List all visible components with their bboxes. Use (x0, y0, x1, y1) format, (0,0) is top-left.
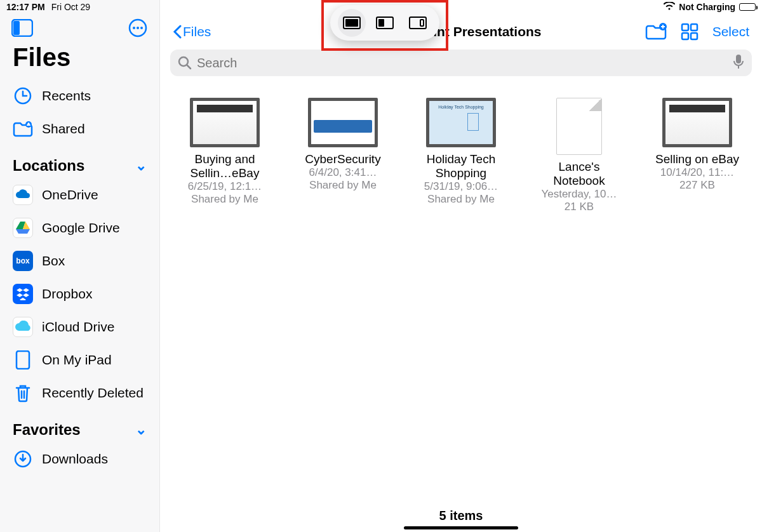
file-name: CyberSecurity (298, 152, 387, 166)
file-item[interactable]: Selling on eBay 10/14/20, 11:… 227 KB (653, 98, 742, 213)
downloads-icon (13, 449, 33, 469)
sidebar-item-label: OneDrive (42, 187, 98, 203)
svg-point-4 (137, 27, 139, 29)
sidebar-item-recentlydeleted[interactable]: Recently Deleted (0, 376, 159, 409)
sidebar-item-label: Shared (42, 121, 85, 136)
file-item[interactable]: Holiday Tech Shopping Holiday Tech Shopp… (417, 98, 505, 213)
sidebar-item-label: Downloads (42, 451, 108, 467)
multitask-popup-wrap (321, 0, 448, 51)
wifi-icon (664, 2, 675, 13)
svg-point-16 (179, 57, 188, 66)
status-date: Fri Oct 29 (51, 2, 90, 12)
file-name: Holiday Tech Shopping (417, 152, 505, 180)
file-date: 5/31/19, 9:06… (417, 180, 505, 193)
file-thumbnail: Holiday Tech Shopping (426, 98, 496, 147)
battery-icon (739, 3, 756, 11)
sidebar-item-label: On My iPad (42, 352, 112, 368)
sidebar-item-box[interactable]: box Box (0, 244, 159, 277)
file-date: 6/25/19, 12:1… (180, 180, 269, 193)
svg-rect-1 (13, 21, 20, 35)
box-icon: box (13, 251, 33, 271)
sidebar: Files Recents Shared Locations ⌄ OneDriv… (0, 0, 160, 532)
multitask-popup (330, 5, 439, 41)
search-bar[interactable] (170, 50, 752, 76)
sidebar-item-downloads[interactable]: Downloads (0, 442, 159, 475)
shared-folder-icon (13, 119, 33, 139)
mic-icon[interactable] (733, 54, 744, 72)
sidebar-item-label: Recently Deleted (42, 385, 144, 401)
new-folder-button[interactable] (645, 23, 667, 41)
search-icon (178, 56, 192, 70)
sidebar-toggle-icon[interactable] (11, 19, 33, 37)
file-grid: Buying and Sellin…eBay 6/25/19, 12:1… Sh… (160, 76, 762, 213)
sidebar-item-shared[interactable]: Shared (0, 112, 159, 145)
svg-point-5 (140, 27, 143, 29)
more-icon[interactable] (128, 18, 148, 38)
search-input[interactable] (197, 56, 733, 70)
file-name: Selling on eBay (653, 152, 742, 166)
trash-icon (13, 383, 33, 403)
sidebar-item-label: iCloud Drive (42, 319, 114, 335)
sidebar-item-dropbox[interactable]: Dropbox (0, 277, 159, 310)
dropbox-icon (13, 284, 33, 304)
file-item[interactable]: CyberSecurity 6/4/20, 3:41… Shared by Me (298, 98, 387, 213)
file-date: Yesterday, 10… (535, 188, 624, 201)
sidebar-item-label: Recents (42, 88, 91, 103)
sidebar-title: Files (0, 41, 159, 79)
sidebar-item-googledrive[interactable]: Google Drive (0, 211, 159, 244)
status-time: 12:17 PM (6, 2, 45, 12)
sidebar-item-recents[interactable]: Recents (0, 79, 159, 112)
chevron-down-icon: ⌄ (135, 422, 147, 438)
slideover-button[interactable] (404, 9, 432, 37)
file-thumbnail (556, 98, 602, 155)
view-options-button[interactable] (681, 23, 698, 41)
splitview-button[interactable] (371, 9, 399, 37)
file-sub: Shared by Me (180, 193, 269, 206)
file-date: 10/14/20, 11:… (653, 166, 742, 179)
svg-rect-9 (17, 351, 29, 369)
splitview-icon (376, 17, 394, 29)
file-name: Buying and Sellin…eBay (180, 152, 269, 180)
favorites-header[interactable]: Favorites ⌄ (0, 409, 159, 442)
fullscreen-button[interactable] (338, 9, 366, 37)
file-thumbnail (662, 98, 732, 147)
home-indicator[interactable] (404, 526, 518, 529)
sidebar-item-label: Dropbox (42, 286, 92, 302)
onedrive-icon (13, 185, 33, 205)
file-sub: Shared by Me (417, 193, 505, 206)
item-count: 5 items (160, 509, 762, 523)
chevron-down-icon: ⌄ (135, 157, 147, 174)
select-button[interactable]: Select (712, 24, 749, 39)
back-button[interactable]: Files (173, 24, 211, 39)
file-name: Lance's Notebook (535, 160, 624, 188)
svg-rect-15 (691, 33, 697, 39)
file-thumbnail (308, 98, 378, 147)
file-thumbnail (190, 98, 260, 147)
sidebar-item-onmyipad[interactable]: On My iPad (0, 343, 159, 376)
chevron-left-icon (173, 25, 182, 39)
slideover-icon (409, 17, 427, 29)
file-item[interactable]: Buying and Sellin…eBay 6/25/19, 12:1… Sh… (180, 98, 269, 213)
main-content: Files erPoint Presentations Select (160, 0, 762, 532)
googledrive-icon (13, 218, 33, 238)
ipad-icon (13, 350, 33, 370)
locations-header[interactable]: Locations ⌄ (0, 145, 159, 178)
sidebar-item-label: Google Drive (42, 220, 120, 236)
charging-status: Not Charging (679, 2, 735, 12)
file-item[interactable]: Lance's Notebook Yesterday, 10… 21 KB (535, 98, 624, 213)
sidebar-item-label: Box (42, 253, 65, 269)
navbar: Files erPoint Presentations Select (160, 18, 762, 46)
svg-rect-13 (691, 24, 697, 30)
file-date: 6/4/20, 3:41… (298, 166, 387, 179)
svg-rect-17 (736, 55, 741, 63)
svg-point-3 (133, 27, 135, 29)
fullscreen-icon (343, 17, 361, 29)
file-sub: 227 KB (653, 179, 742, 192)
file-sub: 21 KB (535, 201, 624, 213)
sidebar-item-onedrive[interactable]: OneDrive (0, 178, 159, 211)
svg-rect-12 (682, 24, 688, 30)
icloud-icon (13, 317, 33, 337)
clock-icon (13, 86, 33, 106)
sidebar-item-icloud[interactable]: iCloud Drive (0, 310, 159, 343)
svg-rect-14 (682, 33, 688, 39)
